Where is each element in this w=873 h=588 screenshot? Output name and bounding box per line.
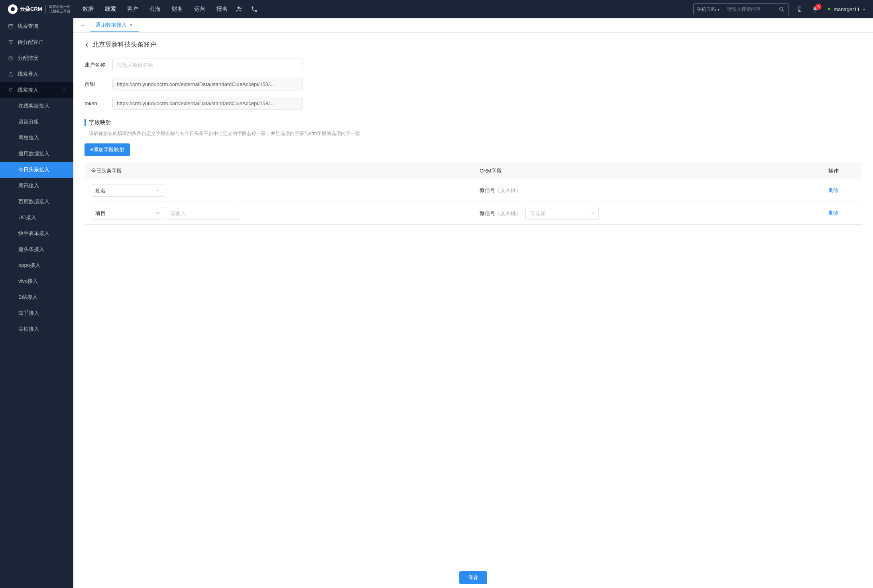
delete-link[interactable]: 删除 (828, 210, 839, 216)
nav-item[interactable]: 运营 (194, 6, 205, 13)
page-body: 北京昱新科技头条账户 账户名称 密钥 token 字段映射 请确保您在此填写的头… (73, 33, 873, 588)
sidebar-item[interactable]: 待分配客户 (0, 34, 73, 50)
input-account-name[interactable] (112, 59, 303, 71)
footer-bar: 保存 (73, 571, 873, 584)
plug-icon (8, 87, 14, 93)
form-row-secret: 密钥 (85, 78, 862, 90)
section-desc: 请确保您在此填写的头条自定义字段名称与在今日头条平台中自定义的字段名称一致，并且… (85, 130, 862, 137)
sidebar-sub-item[interactable]: oppo接入 (0, 257, 73, 273)
delete-link[interactable]: 删除 (828, 187, 839, 193)
svg-point-3 (800, 10, 800, 11)
sidebar-sub-item[interactable]: 通用数据接入 (0, 146, 73, 162)
table-row: 项目 微信号（文本框） 请选择删除 (85, 202, 862, 225)
svg-rect-4 (9, 24, 13, 28)
sidebar-item[interactable]: 线索导入 (0, 66, 73, 82)
pie-icon (8, 55, 14, 61)
breadcrumb: 北京昱新科技头条账户 (85, 41, 862, 49)
svg-point-0 (237, 6, 240, 9)
header-right: 5 manager11 ▾ (797, 6, 865, 13)
sidebar-sub-item[interactable]: 快手表单接入 (0, 225, 73, 241)
logo-separator (45, 5, 46, 14)
notifications-button[interactable]: 5 (812, 6, 818, 12)
sidebar-item-label: 待分配客户 (18, 39, 43, 46)
sidebar-sub-item[interactable]: B站接入 (0, 289, 73, 305)
tab-active[interactable]: 通用数据接入 ✕ (90, 18, 139, 32)
sidebar-sub-item[interactable]: 腾讯接入 (0, 178, 73, 194)
toutiao-field-select[interactable]: 项目 (91, 207, 164, 220)
search-box: 手机号码 ▾ (693, 3, 789, 15)
logo-icon (8, 4, 18, 14)
sidebar-item-label: 线索接入 (18, 86, 38, 94)
input-secret[interactable] (112, 78, 303, 90)
nav-item[interactable]: 数据 (83, 6, 94, 13)
sidebar-item[interactable]: 分配情况 (0, 50, 73, 66)
sidebar-item-label: 线索导入 (18, 71, 38, 78)
form-row-account: 账户名称 (85, 59, 862, 71)
input-token[interactable] (112, 97, 303, 110)
toutiao-field-select[interactable]: 姓名 (91, 184, 164, 197)
search-button[interactable] (775, 6, 788, 12)
phone-icon[interactable] (251, 6, 258, 13)
col-action: 操作 (822, 163, 862, 179)
list-icon (8, 24, 14, 29)
sidebar-sub-item[interactable]: 在线客服接入 (0, 98, 73, 114)
crm-field-name: 微信号 (480, 187, 495, 193)
back-icon[interactable] (85, 42, 89, 48)
chevron-down-icon: ▾ (863, 7, 865, 12)
sidebar-sub-item[interactable]: 今日头条接入 (0, 162, 73, 178)
sidebar-sub-item[interactable]: UC接入 (0, 210, 73, 225)
mobile-icon[interactable] (797, 6, 802, 13)
svg-point-1 (780, 7, 783, 10)
sidebar-sub-item[interactable]: vivo接入 (0, 273, 73, 289)
sidebar-item[interactable]: 线索查询 (0, 18, 73, 34)
toutiao-value-input[interactable] (166, 207, 239, 220)
nav-item[interactable]: 线索 (105, 6, 116, 13)
chevron-down-icon: ▾ (718, 7, 720, 12)
sidebar-sub-item[interactable]: 网校接入 (0, 130, 73, 146)
sidebar: 线索查询待分配客户分配情况线索导入线索接入⌃在线客服接入留言分组网校接入通用数据… (0, 18, 73, 588)
label-account: 账户名称 (85, 61, 112, 69)
crm-field-type: （文本框） (495, 187, 521, 193)
logo-sub-1: 教育机构一站 (49, 5, 71, 9)
label-token: token (85, 100, 112, 106)
crm-field-name: 微信号 (480, 210, 495, 216)
logo-text: 云朵CRM (20, 6, 42, 13)
form-row-token: token (85, 97, 862, 110)
sidebar-sub-item[interactable]: 百度数据接入 (0, 194, 73, 210)
logo-sub-2: 式服务云平台 (49, 9, 71, 14)
fold-button[interactable] (76, 18, 90, 32)
col-toutiao: 今日头条字段 (85, 163, 473, 179)
crm-field-type: （文本框） (495, 210, 521, 216)
sidebar-item-label: 分配情况 (18, 55, 38, 62)
sidebar-sub-item[interactable]: 美柚接入 (0, 321, 73, 337)
status-dot-icon (828, 8, 830, 10)
search-type-select[interactable]: 手机号码 ▾ (694, 4, 723, 15)
add-mapping-button[interactable]: +添加字段映射 (85, 143, 130, 156)
sidebar-item[interactable]: 线索接入⌃ (0, 82, 73, 98)
header-nav-icons (236, 6, 258, 13)
label-secret: 密钥 (85, 80, 112, 88)
logo-subtitle: 教育机构一站 式服务云平台 (49, 5, 71, 14)
user-name: manager11 (834, 6, 860, 12)
save-button[interactable]: 保存 (459, 571, 487, 584)
sidebar-sub-item[interactable]: 留言分组 (0, 114, 73, 130)
user-plus-icon[interactable] (236, 6, 243, 13)
tabs-bar: 通用数据接入 ✕ (73, 18, 873, 33)
close-icon[interactable]: ✕ (129, 22, 133, 28)
search-type-label: 手机号码 (697, 6, 716, 13)
nav-item[interactable]: 公海 (149, 6, 161, 13)
sidebar-sub-item[interactable]: 趣头条接入 (0, 241, 73, 257)
crm-option-select[interactable]: 请选择 (525, 207, 599, 220)
tab-label: 通用数据接入 (96, 22, 127, 29)
nav-item[interactable]: 报名 (216, 6, 228, 13)
nav-item[interactable]: 财务 (172, 6, 183, 13)
table-row: 姓名微信号（文本框）删除 (85, 179, 862, 202)
user-menu[interactable]: manager11 ▾ (828, 6, 865, 12)
col-crm: CRM字段 (473, 163, 822, 179)
search-input[interactable] (723, 4, 775, 15)
sidebar-sub-item[interactable]: 知乎接入 (0, 305, 73, 321)
content: 通用数据接入 ✕ 北京昱新科技头条账户 账户名称 密钥 token (73, 18, 873, 588)
upload-icon (8, 71, 14, 77)
filter-icon (8, 39, 14, 45)
nav-item[interactable]: 客户 (127, 6, 138, 13)
